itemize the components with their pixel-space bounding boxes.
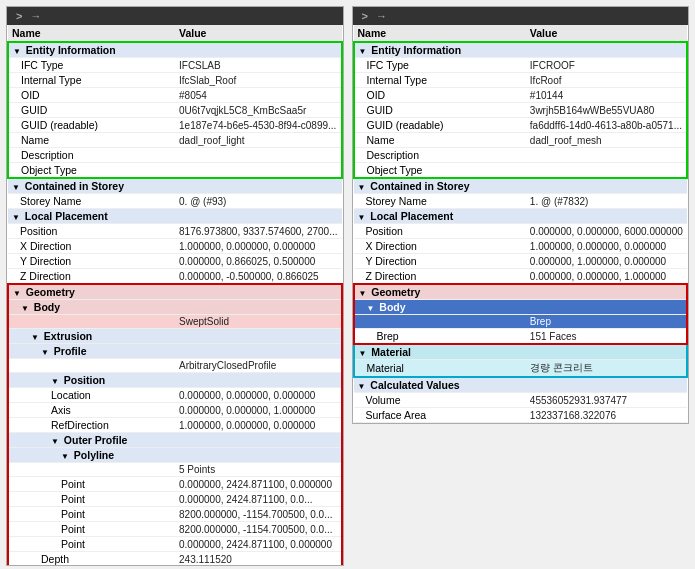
row-name <box>8 359 175 373</box>
table-row[interactable]: Position 0.000000, 0.000000, 6000.000000 <box>354 224 688 239</box>
table-row[interactable]: OID #8054 <box>8 88 342 103</box>
expand-icon[interactable] <box>358 183 366 192</box>
table-row[interactable]: Volume 45536052931.937477 <box>354 393 688 408</box>
expand-icon[interactable] <box>21 304 29 313</box>
table-row[interactable]: Name dadl_roof_mesh <box>354 133 688 148</box>
section-label: Extrusion <box>44 330 92 342</box>
table-row[interactable]: GUID 0U6t7vqjkL5C8_KmBcSaa5r <box>8 103 342 118</box>
expand-icon[interactable] <box>359 47 367 56</box>
table-row[interactable]: Internal Type IfcSlab_Roof <box>8 73 342 88</box>
table-row[interactable]: Contained in Storey <box>8 178 342 194</box>
table-row[interactable]: RefDirection 1.000000, 0.000000, 0.00000… <box>8 418 342 433</box>
expand-icon[interactable] <box>12 183 20 192</box>
table-row[interactable]: Storey Name 1. @ (#7832) <box>354 194 688 209</box>
row-name: IFC Type <box>8 58 175 73</box>
expand-icon[interactable] <box>61 452 69 461</box>
table-row[interactable]: Entity Information <box>354 42 688 58</box>
table-row[interactable]: Body <box>354 300 688 315</box>
row-value: 45536052931.937477 <box>526 393 687 408</box>
table-row[interactable]: Local Placement <box>8 209 342 224</box>
table-row[interactable]: Z Direction 0.000000, 0.000000, 1.000000 <box>354 269 688 285</box>
table-row[interactable]: IFC Type IFCROOF <box>354 58 688 73</box>
section-header: Geometry <box>8 284 342 300</box>
row-value: fa6ddff6-14d0-4613-a80b-a0571... <box>526 118 687 133</box>
row-name: Name <box>8 133 175 148</box>
table-row[interactable]: Point 8200.000000, -1154.700500, 0.0... <box>8 522 342 537</box>
row-name: Surface Area <box>354 408 526 423</box>
table-row[interactable]: Brep <box>354 315 688 329</box>
table-row[interactable]: Material 경량 콘크리트 <box>354 360 688 378</box>
table-row[interactable]: IFC Type IFCSLAB <box>8 58 342 73</box>
table-row[interactable]: Geometry <box>8 284 342 300</box>
expand-icon[interactable] <box>359 289 367 298</box>
table-row[interactable]: Y Direction 0.000000, 0.866025, 0.500000 <box>8 254 342 269</box>
table-row[interactable]: Description <box>354 148 688 163</box>
table-row[interactable]: Body <box>8 300 342 315</box>
row-value: ArbitraryClosedProfile <box>175 359 341 373</box>
table-row[interactable]: Extrusion <box>8 329 342 344</box>
table-row[interactable]: Y Direction 0.000000, 1.000000, 0.000000 <box>354 254 688 269</box>
table-row[interactable]: GUID (readable) fa6ddff6-14d0-4613-a80b-… <box>354 118 688 133</box>
expand-icon[interactable] <box>358 213 366 222</box>
row-value: 0. @ (#93) <box>175 194 341 209</box>
table-row[interactable]: X Direction 1.000000, 0.000000, 0.000000 <box>354 239 688 254</box>
table-row[interactable]: Brep 151 Faces <box>354 329 688 345</box>
row-value: 0.000000, 2424.871100, 0.000000 <box>175 537 341 552</box>
table-row[interactable]: Surface Area 132337168.322076 <box>354 408 688 423</box>
row-name: OID <box>354 88 526 103</box>
right-panel-scroll[interactable]: Name Value Entity Information IFC Type I… <box>353 25 689 423</box>
table-row[interactable]: Storey Name 0. @ (#93) <box>8 194 342 209</box>
table-row[interactable]: Calculated Values <box>354 377 688 393</box>
table-row[interactable]: Z Direction 0.000000, -0.500000, 0.86602… <box>8 269 342 285</box>
table-row[interactable]: GUID (readable) 1e187e74-b6e5-4530-8f94-… <box>8 118 342 133</box>
table-row[interactable]: Object Type <box>354 163 688 179</box>
table-row[interactable]: Object Type <box>8 163 342 179</box>
table-row[interactable]: Depth 243.111520 <box>8 552 342 566</box>
row-name: Z Direction <box>8 269 175 285</box>
table-row[interactable]: GUID 3wrjh5B164wWBe55VUA80 <box>354 103 688 118</box>
table-row[interactable]: Axis 0.000000, 0.000000, 1.000000 <box>8 403 342 418</box>
table-row[interactable]: Profile <box>8 344 342 359</box>
table-row[interactable]: Outer Profile <box>8 433 342 448</box>
expand-icon[interactable] <box>31 333 39 342</box>
expand-icon[interactable] <box>51 377 59 386</box>
table-row[interactable]: Material <box>354 344 688 360</box>
table-row[interactable]: Description <box>8 148 342 163</box>
table-row[interactable]: Point 0.000000, 2424.871100, 0.000000 <box>8 477 342 492</box>
table-row[interactable]: Point 0.000000, 2424.871100, 0.0... <box>8 492 342 507</box>
table-row[interactable]: Local Placement <box>354 209 688 224</box>
row-value: 1.000000, 0.000000, 0.000000 <box>175 239 341 254</box>
expand-icon[interactable] <box>51 437 59 446</box>
table-row[interactable]: 5 Points <box>8 463 342 477</box>
table-row[interactable]: Polyline <box>8 448 342 463</box>
table-row[interactable]: Contained in Storey <box>354 178 688 194</box>
table-row[interactable]: Point 0.000000, 2424.871100, 0.000000 <box>8 537 342 552</box>
table-row[interactable]: Name dadl_roof_light <box>8 133 342 148</box>
expand-icon[interactable] <box>358 382 366 391</box>
table-row[interactable]: Point 8200.000000, -1154.700500, 0.0... <box>8 507 342 522</box>
table-row[interactable]: Position 8176.973800, 9337.574600, 2700.… <box>8 224 342 239</box>
table-row[interactable]: ArbitraryClosedProfile <box>8 359 342 373</box>
row-name: OID <box>8 88 175 103</box>
row-value: Brep <box>526 315 687 329</box>
table-row[interactable]: X Direction 1.000000, 0.000000, 0.000000 <box>8 239 342 254</box>
row-name: GUID <box>354 103 526 118</box>
expand-icon[interactable] <box>12 213 20 222</box>
table-row[interactable]: Internal Type IfcRoof <box>354 73 688 88</box>
expand-icon[interactable] <box>13 47 21 56</box>
table-row[interactable]: Geometry <box>354 284 688 300</box>
table-row[interactable]: OID #10144 <box>354 88 688 103</box>
table-row[interactable]: SweptSolid <box>8 315 342 329</box>
row-name: Description <box>8 148 175 163</box>
left-panel-scroll[interactable]: Name Value Entity Information IFC Type I… <box>7 25 343 565</box>
expand-icon[interactable] <box>367 304 375 313</box>
table-row[interactable]: Entity Information <box>8 42 342 58</box>
row-name: Storey Name <box>8 194 175 209</box>
row-name: Material <box>354 360 526 378</box>
expand-icon[interactable] <box>41 348 49 357</box>
expand-icon[interactable] <box>13 289 21 298</box>
table-row[interactable]: Location 0.000000, 0.000000, 0.000000 <box>8 388 342 403</box>
table-row[interactable]: Position <box>8 373 342 388</box>
row-value: 8176.973800, 9337.574600, 2700... <box>175 224 341 239</box>
expand-icon[interactable] <box>359 349 367 358</box>
